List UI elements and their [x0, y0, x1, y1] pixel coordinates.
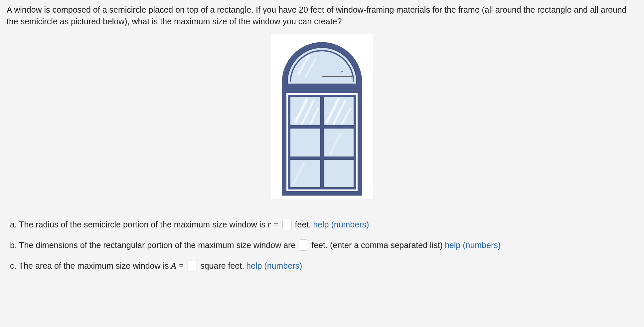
unit-a: feet.: [295, 220, 311, 229]
part-a-prefix: a. The radius of the semicircle portion …: [10, 220, 265, 229]
figure-wrap: r: [7, 34, 637, 199]
svg-rect-8: [290, 128, 321, 157]
equals-c: =: [179, 261, 184, 270]
radius-label: r: [340, 69, 343, 75]
problem-container: A window is composed of a semicircle pla…: [0, 0, 644, 327]
part-b: b. The dimensions of the rectangular por…: [10, 239, 634, 251]
part-b-prefix: b. The dimensions of the rectangular por…: [10, 240, 295, 250]
help-link-b[interactable]: help (numbers): [445, 240, 501, 250]
problem-statement: A window is composed of a semicircle pla…: [7, 4, 637, 27]
answer-input-b[interactable]: [299, 239, 308, 251]
part-a: a. The radius of the semicircle portion …: [10, 219, 634, 230]
help-link-a[interactable]: help (numbers): [313, 220, 369, 229]
variable-r: r: [267, 219, 271, 230]
svg-rect-9: [323, 128, 354, 157]
part-c-prefix: c. The area of the maximum size window i…: [10, 261, 169, 271]
svg-rect-11: [323, 160, 354, 187]
variable-A: A: [171, 261, 177, 271]
unit-c: square feet.: [200, 261, 244, 271]
window-figure: r: [271, 34, 373, 199]
part-c: c. The area of the maximum size window i…: [10, 260, 634, 271]
equals-a: =: [273, 220, 278, 229]
answer-input-c[interactable]: [188, 260, 197, 271]
help-link-c[interactable]: help (numbers): [246, 261, 302, 271]
window-svg: r: [275, 37, 369, 197]
unit-b: feet. (enter a comma separated list): [311, 240, 443, 250]
answer-input-a[interactable]: [282, 219, 292, 230]
